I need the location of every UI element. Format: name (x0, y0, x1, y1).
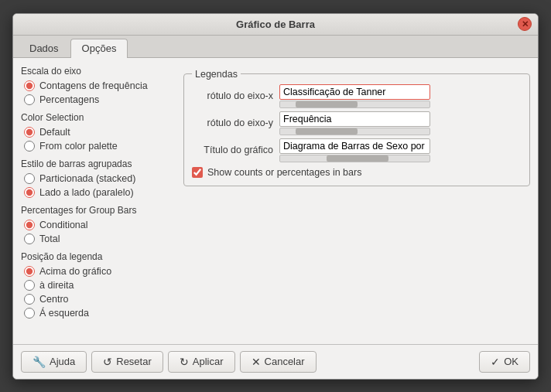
posicao-label: Posição da legenda (21, 251, 176, 262)
resetar-label: Resetar (116, 356, 152, 367)
titulo-wrapper (279, 138, 430, 162)
radio-direita-label: à direita (39, 280, 74, 291)
radio-parallel[interactable]: Lado a lado (paralelo) (21, 186, 176, 199)
close-button[interactable]: ✕ (518, 17, 532, 31)
eixox-input[interactable] (279, 84, 430, 100)
eixox-label: rótulo do eixo-x (192, 90, 273, 101)
ajuda-button[interactable]: 🔧 Ajuda (21, 351, 87, 373)
eixoy-thumb (296, 128, 358, 135)
radio-stacked-input[interactable] (24, 173, 35, 184)
titulo-label: Título do gráfico (192, 145, 273, 155)
cancelar-button[interactable]: ✕ Cancelar (240, 351, 317, 373)
cancelar-label: Cancelar (265, 356, 305, 367)
radio-total[interactable]: Total (21, 233, 176, 245)
legendas-legend: Legendas (192, 69, 241, 80)
percentages-label: Percentages for Group Bars (21, 205, 176, 216)
cancelar-icon: ✕ (252, 356, 261, 368)
ok-button[interactable]: ✓ OK (479, 351, 530, 373)
show-counts-row[interactable]: Show counts or percentages in bars (192, 167, 522, 178)
radio-stacked-label: Particionada (stacked) (39, 173, 135, 184)
eixoy-label: rótulo do eixo-y (192, 118, 273, 128)
footer: 🔧 Ajuda ↺ Resetar ↻ Aplicar ✕ Cancelar ✓… (13, 344, 538, 379)
radio-centro-label: Centro (39, 294, 69, 305)
eixoy-wrapper (279, 111, 430, 135)
show-counts-label: Show counts or percentages in bars (207, 167, 361, 178)
radio-default-input[interactable] (24, 127, 35, 138)
radio-direita[interactable]: à direita (21, 279, 176, 291)
ajuda-icon: 🔧 (33, 356, 46, 368)
eixox-row: rótulo do eixo-x (192, 84, 522, 108)
radio-parallel-input[interactable] (24, 187, 35, 198)
radio-default-label: Default (39, 127, 70, 138)
legendas-group: Legendas rótulo do eixo-x rótulo do eixo… (183, 69, 530, 186)
eixox-thumb (296, 101, 358, 107)
show-counts-checkbox[interactable] (192, 167, 203, 178)
radio-centro[interactable]: Centro (21, 293, 176, 305)
radio-total-label: Total (39, 233, 60, 244)
tab-dados[interactable]: Dados (18, 39, 70, 57)
titulo-row: Título do gráfico (192, 138, 522, 162)
eixox-scrollbar (279, 101, 430, 108)
radio-palette-label: From color palette (39, 141, 118, 152)
radio-default[interactable]: Default (21, 126, 176, 138)
radio-centro-input[interactable] (24, 294, 35, 305)
eixoy-scrollbar (279, 128, 430, 135)
radio-conditional[interactable]: Conditional (21, 219, 176, 231)
estilo-label: Estilo de barras agrupadas (21, 159, 176, 169)
aplicar-button[interactable]: ↻ Aplicar (168, 351, 235, 373)
titlebar: Gráfico de Barra ✕ (13, 14, 538, 36)
eixox-wrapper (279, 84, 430, 108)
resetar-button[interactable]: ↺ Resetar (91, 351, 163, 373)
radio-freq-label: Contagens de frequência (39, 80, 148, 91)
window-title: Gráfico de Barra (236, 19, 315, 30)
tab-opcoes[interactable]: Opções (70, 39, 128, 58)
radio-conditional-label: Conditional (39, 220, 88, 230)
radio-palette[interactable]: From color palette (21, 140, 176, 152)
color-label: Color Selection (21, 112, 176, 123)
titulo-input[interactable] (279, 138, 430, 154)
content-area: Escala do eixo Contagens de frequência P… (13, 58, 538, 344)
eixoy-input[interactable] (279, 111, 430, 127)
aplicar-label: Aplicar (193, 356, 224, 367)
radio-acima[interactable]: Acima do gráfico (21, 265, 176, 278)
radio-total-input[interactable] (24, 233, 35, 244)
aplicar-icon: ↻ (180, 356, 189, 368)
radio-acima-input[interactable] (24, 266, 35, 277)
radio-pct-label: Percentagens (39, 94, 99, 105)
right-panel: Legendas rótulo do eixo-x rótulo do eixo… (183, 66, 530, 336)
titulo-scrollbar (279, 155, 430, 162)
radio-pct[interactable]: Percentagens (21, 94, 176, 106)
eixoy-row: rótulo do eixo-y (192, 111, 522, 135)
radio-esquerda-input[interactable] (24, 308, 35, 319)
radio-freq-input[interactable] (24, 80, 35, 91)
radio-esquerda[interactable]: Á esquerda (21, 307, 176, 319)
radio-esquerda-label: Á esquerda (39, 308, 89, 319)
radio-direita-input[interactable] (24, 280, 35, 291)
radio-stacked[interactable]: Particionada (stacked) (21, 172, 176, 185)
main-window: Gráfico de Barra ✕ Dados Opções Escala d… (12, 13, 539, 380)
escala-label: Escala do eixo (21, 66, 176, 77)
ok-label: OK (504, 356, 518, 367)
tab-bar: Dados Opções (13, 36, 538, 58)
radio-parallel-label: Lado a lado (paralelo) (39, 187, 134, 198)
titulo-thumb (327, 155, 388, 162)
left-panel: Escala do eixo Contagens de frequência P… (21, 66, 176, 336)
radio-acima-label: Acima do gráfico (39, 266, 111, 277)
radio-conditional-input[interactable] (24, 220, 35, 230)
ok-icon: ✓ (491, 356, 500, 368)
resetar-icon: ↺ (103, 356, 112, 368)
radio-freq[interactable]: Contagens de frequência (21, 80, 176, 92)
radio-pct-input[interactable] (24, 94, 35, 105)
radio-palette-input[interactable] (24, 141, 35, 152)
ajuda-label: Ajuda (50, 356, 75, 367)
